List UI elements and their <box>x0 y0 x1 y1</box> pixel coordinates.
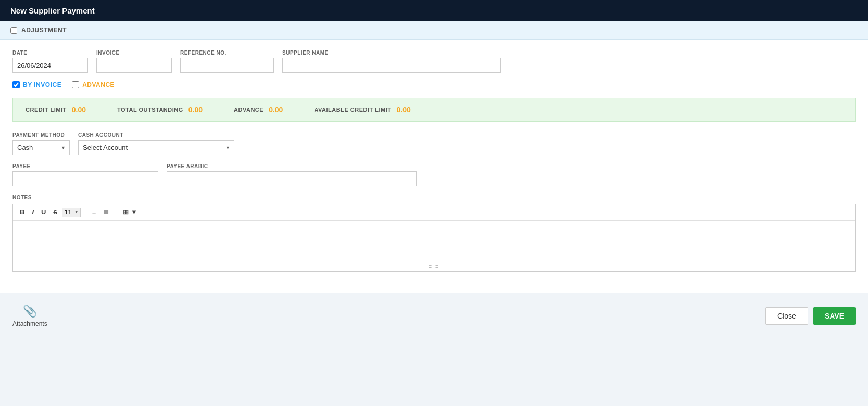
invoice-input[interactable] <box>96 58 172 73</box>
notes-section: NOTES B I U S 8910 111214 16182436 ≡ ≣ <box>12 195 856 272</box>
date-group: DATE <box>12 50 88 73</box>
payment-method-group: PAYMENT METHOD Cash Bank Transfer Cheque <box>12 132 70 155</box>
font-size-wrapper: 8910 111214 16182436 <box>62 208 81 217</box>
adjustment-checkbox[interactable] <box>10 27 17 34</box>
cash-account-wrapper: Select Account <box>78 140 234 155</box>
payment-method-wrapper: Cash Bank Transfer Cheque <box>12 140 70 155</box>
payee-arabic-label: PAYEE ARABIC <box>167 163 417 169</box>
footer-buttons: Close SAVE <box>765 307 856 325</box>
payee-arabic-group: PAYEE ARABIC <box>167 163 417 186</box>
reference-group: REFERENCE NO. <box>180 50 274 73</box>
credit-limit-item: CREDIT LIMIT 0.00 <box>26 106 86 114</box>
cash-account-select[interactable]: Select Account <box>78 140 234 155</box>
attachments-button[interactable]: 📎 Attachments <box>12 304 47 327</box>
by-invoice-item: BY INVOICE <box>12 81 61 88</box>
toolbar-separator-1 <box>85 208 85 217</box>
by-invoice-label[interactable]: BY INVOICE <box>23 81 61 88</box>
payment-method-select[interactable]: Cash Bank Transfer Cheque <box>12 140 70 155</box>
page-title: New Supplier Payment <box>10 6 95 15</box>
toolbar-separator-2 <box>116 208 116 217</box>
adjustment-label[interactable]: ADJUSTMENT <box>21 27 67 34</box>
total-outstanding-value: 0.00 <box>188 106 203 114</box>
reference-label: REFERENCE NO. <box>180 50 274 56</box>
advance-credit-value: 0.00 <box>269 106 283 114</box>
payment-method-label: PAYMENT METHOD <box>12 132 70 138</box>
payee-input[interactable] <box>12 171 158 186</box>
notes-content[interactable] <box>13 221 855 262</box>
credit-limit-value: 0.00 <box>72 106 86 114</box>
payment-method-row: PAYMENT METHOD Cash Bank Transfer Cheque… <box>12 132 856 155</box>
available-credit-label: AVAILABLE CREDIT LIMIT <box>314 107 391 113</box>
payee-label: PAYEE <box>12 163 158 169</box>
advance-label[interactable]: ADVANCE <box>82 81 115 88</box>
bold-button[interactable]: B <box>17 207 27 217</box>
ordered-list-button[interactable]: ≣ <box>100 207 111 217</box>
payee-group: PAYEE <box>12 163 158 186</box>
strikethrough-button[interactable]: S <box>51 208 59 217</box>
payee-row: PAYEE PAYEE ARABIC <box>12 163 856 186</box>
supplier-label: SUPPLIER NAME <box>282 50 501 56</box>
advance-credit-label: ADVANCE <box>234 107 263 113</box>
cash-account-label: CASH ACCOUNT <box>78 132 234 138</box>
total-outstanding-label: TOTAL OUTSTANDING <box>117 107 183 113</box>
notes-editor-wrapper: B I U S 8910 111214 16182436 ≡ ≣ ⊞ ▼ = <box>12 204 856 272</box>
invoice-label: INVOICE <box>96 50 172 56</box>
font-size-select[interactable]: 8910 111214 16182436 <box>62 208 81 217</box>
payee-arabic-input[interactable] <box>167 171 417 186</box>
footer: 📎 Attachments Close SAVE <box>0 297 868 335</box>
form-content: DATE INVOICE REFERENCE NO. SUPPLIER NAME… <box>0 40 868 293</box>
page-header: New Supplier Payment <box>0 0 868 21</box>
editor-resize-handle[interactable]: = = <box>13 262 855 271</box>
available-credit-value: 0.00 <box>397 106 411 114</box>
cash-account-group: CASH ACCOUNT Select Account <box>78 132 234 155</box>
advance-item: ADVANCE <box>72 81 115 88</box>
attachment-icon: 📎 <box>23 304 37 318</box>
supplier-input[interactable] <box>282 58 501 73</box>
notes-label: NOTES <box>12 195 856 200</box>
available-credit-item: AVAILABLE CREDIT LIMIT 0.00 <box>314 106 410 114</box>
total-outstanding-item: TOTAL OUTSTANDING 0.00 <box>117 106 203 114</box>
attachments-label: Attachments <box>12 320 47 327</box>
fields-row-1: DATE INVOICE REFERENCE NO. SUPPLIER NAME <box>12 50 856 73</box>
credit-info-bar: CREDIT LIMIT 0.00 TOTAL OUTSTANDING 0.00… <box>12 98 856 122</box>
supplier-group: SUPPLIER NAME <box>282 50 501 73</box>
editor-toolbar: B I U S 8910 111214 16182436 ≡ ≣ ⊞ ▼ <box>13 204 855 221</box>
date-input[interactable] <box>12 58 88 73</box>
underline-button[interactable]: U <box>39 207 48 217</box>
unordered-list-button[interactable]: ≡ <box>90 207 99 217</box>
reference-input[interactable] <box>180 58 274 73</box>
advance-credit-item: ADVANCE 0.00 <box>234 106 283 114</box>
by-invoice-checkbox[interactable] <box>12 81 20 88</box>
invoice-group: INVOICE <box>96 50 172 73</box>
date-label: DATE <box>12 50 88 56</box>
close-button[interactable]: Close <box>765 307 808 325</box>
save-button[interactable]: SAVE <box>813 307 856 325</box>
table-button[interactable]: ⊞ ▼ <box>120 207 140 217</box>
credit-limit-label: CREDIT LIMIT <box>26 107 67 113</box>
italic-button[interactable]: I <box>29 207 36 217</box>
adjustment-bar: ADJUSTMENT <box>0 21 868 40</box>
advance-checkbox[interactable] <box>72 81 79 88</box>
payment-type-row: BY INVOICE ADVANCE <box>12 81 856 88</box>
